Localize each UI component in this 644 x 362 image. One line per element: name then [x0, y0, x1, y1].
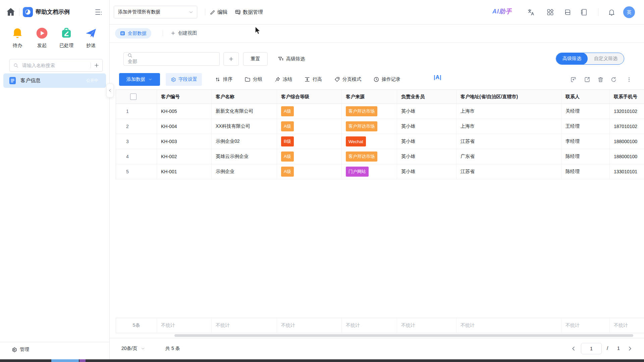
reset-button[interactable]: 重置 [243, 52, 268, 66]
summary-cell[interactable]: 不统计 [212, 318, 277, 333]
apps-button[interactable] [546, 8, 554, 16]
source-cell[interactable]: Wechat [342, 134, 397, 149]
freeze-button[interactable]: 冻结 [274, 76, 292, 82]
summary-cell[interactable]: 不统计 [457, 318, 561, 333]
row-number-cell[interactable]: 4 [116, 149, 157, 164]
sidebar-item-cc[interactable]: 抄送 [78, 27, 103, 49]
add-data-button[interactable]: 添加数据 [119, 73, 160, 86]
summary-cell[interactable]: 不统计 [157, 318, 212, 333]
customer-name-cell[interactable]: 新新文化有限公司 [212, 104, 277, 119]
column-header[interactable]: 客户编号 [157, 90, 212, 104]
source-cell[interactable]: 客户拜访市场 [342, 149, 397, 164]
row-height-button[interactable]: 行高 [304, 76, 322, 82]
customer-name-cell[interactable]: 示例企业02 [212, 134, 277, 149]
group-button[interactable]: 分组 [245, 76, 262, 82]
toggle-custom-filter[interactable]: 自定义筛选 [588, 53, 624, 65]
address-cell[interactable]: 上海市 [457, 104, 561, 119]
phone-cell[interactable]: 187010102 [610, 119, 644, 134]
sidebar-item-processed[interactable]: 已处理 [54, 27, 79, 49]
pagination-mode-button[interactable]: 分页模式 [334, 76, 361, 82]
source-cell[interactable]: 门户网站 [342, 164, 397, 179]
address-cell[interactable]: 广东省 [457, 149, 561, 164]
column-header[interactable]: 联系手机号 [610, 90, 644, 104]
notebook-button[interactable] [580, 8, 588, 16]
phone-cell[interactable]: 133010101 [610, 164, 644, 179]
data-manage-button[interactable]: 数据管理 [235, 8, 263, 16]
horizontal-scrollbar[interactable] [174, 334, 633, 337]
column-header[interactable]: 客户来源 [342, 90, 397, 104]
manage-button[interactable]: 管理 [11, 347, 29, 353]
contact-cell[interactable]: 关经理 [561, 104, 610, 119]
grade-cell[interactable]: A级 [277, 164, 342, 179]
sidebar-collapse-button[interactable] [106, 83, 114, 98]
contact-cell[interactable]: 王经理 [561, 119, 610, 134]
table-search-input[interactable] [127, 58, 189, 64]
customer-id-cell[interactable]: KH-003 [157, 134, 212, 149]
summary-cell[interactable]: 不统计 [277, 318, 342, 333]
add-form-plus-icon[interactable] [94, 62, 100, 68]
address-cell[interactable]: 江苏省 [457, 164, 561, 179]
summary-cell[interactable]: 不统计 [342, 318, 397, 333]
translate-button[interactable] [527, 8, 535, 16]
summary-cell[interactable]: 不统计 [561, 318, 610, 333]
sidebar-search-input[interactable] [21, 62, 88, 68]
home-button[interactable] [5, 7, 16, 17]
summary-cell[interactable]: 不统计 [397, 318, 457, 333]
customer-name-cell[interactable]: 示例企业 [212, 164, 277, 179]
phone-cell[interactable]: 132010102 [610, 104, 644, 119]
form-selector-dropdown[interactable]: 添加并管理所有数据 [114, 6, 197, 18]
salesperson-cell[interactable]: 英小雄 [397, 149, 457, 164]
next-page-button[interactable] [627, 345, 633, 352]
salesperson-cell[interactable]: 英小雄 [397, 104, 457, 119]
salesperson-cell[interactable]: 英小雄 [397, 134, 457, 149]
grade-cell[interactable]: B级 [277, 134, 342, 149]
contact-cell[interactable]: 陈经理 [561, 149, 610, 164]
field-settings-button[interactable]: 字段设置 [166, 73, 202, 86]
sidebar-item-customer-info[interactable]: 客户信息 公开中 [3, 73, 106, 88]
phone-cell[interactable]: 188000100 [610, 149, 644, 164]
docs-button[interactable] [564, 8, 572, 16]
operation-log-button[interactable]: 操作记录 [373, 76, 400, 82]
contact-cell[interactable]: 李经理 [561, 134, 610, 149]
refresh-button[interactable] [610, 76, 617, 83]
source-cell[interactable]: 客户拜访市场 [342, 119, 397, 134]
tab-all-data[interactable]: 全部数据 [115, 28, 151, 39]
contact-cell[interactable]: 陈经理 [561, 164, 610, 179]
column-header[interactable]: 客户地址(省/自治区/直辖市) [457, 90, 561, 104]
row-number-cell[interactable]: 1 [116, 104, 157, 119]
row-number-cell[interactable]: 3 [116, 134, 157, 149]
address-cell[interactable]: 江苏省 [457, 134, 561, 149]
app-logo[interactable] [23, 7, 33, 17]
grade-cell[interactable]: A级 [277, 104, 342, 119]
salesperson-cell[interactable]: 英小雄 [397, 119, 457, 134]
column-header[interactable]: 客户名称 [212, 90, 277, 104]
column-header[interactable]: 客户综合等级 [277, 90, 342, 104]
phone-cell[interactable]: 188000100 [610, 134, 644, 149]
menu-button[interactable] [95, 8, 103, 16]
ai-assistant-button[interactable]: AI助手 [492, 7, 512, 15]
advanced-filter-button[interactable]: 高级筛选 [278, 55, 305, 63]
sidebar-item-initiate[interactable]: 发起 [30, 27, 54, 49]
source-cell[interactable]: 客户拜访市场 [342, 104, 397, 119]
import-button[interactable] [570, 76, 577, 83]
more-button[interactable] [626, 76, 630, 83]
create-view-button[interactable]: 创建视图 [170, 29, 197, 37]
avatar[interactable]: 英 [623, 6, 635, 18]
customer-id-cell[interactable]: KH-005 [157, 104, 212, 119]
column-header[interactable]: 负责业务员 [397, 90, 457, 104]
sidebar-item-todo[interactable]: 待办 [5, 27, 30, 49]
row-number-cell[interactable]: 5 [116, 164, 157, 179]
edit-button[interactable]: 编辑 [210, 8, 227, 16]
prev-page-button[interactable] [570, 345, 577, 352]
column-header[interactable]: 联系人 [561, 90, 610, 104]
customer-id-cell[interactable]: KH-004 [157, 119, 212, 134]
delete-button[interactable] [597, 76, 604, 83]
ai-field-button[interactable]: |A| [434, 74, 442, 80]
grade-cell[interactable]: A级 [277, 149, 342, 164]
current-page-input[interactable] [581, 343, 602, 354]
salesperson-cell[interactable]: 英小雄 [397, 164, 457, 179]
export-button[interactable] [584, 76, 590, 83]
customer-name-cell[interactable]: XX科技有限公司 [212, 119, 277, 134]
add-filter-button[interactable] [223, 52, 239, 66]
toggle-advanced-filter[interactable]: 高级筛选 [556, 53, 588, 65]
